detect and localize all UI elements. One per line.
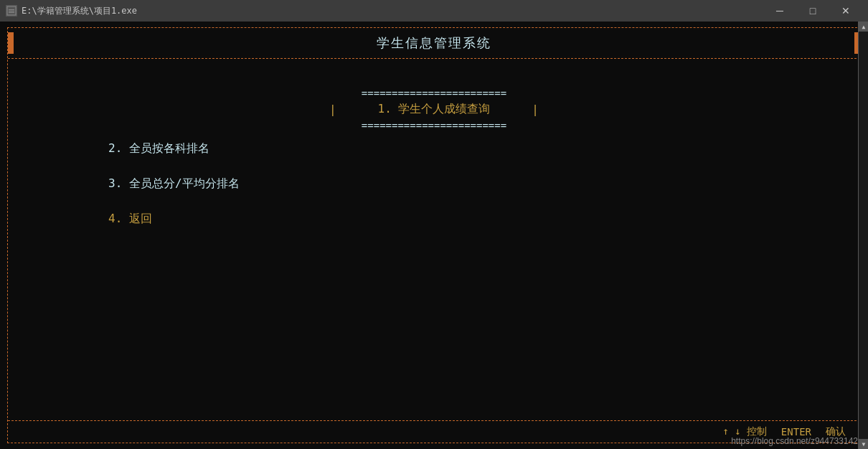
menu-border-bottom: ======================== [362, 120, 506, 131]
svg-rect-1 [9, 9, 14, 10]
menu-selected-prefix: | [329, 103, 377, 116]
scroll-up-button[interactable]: ▲ [859, 22, 868, 32]
scrollbar-track [859, 32, 868, 439]
menu-selected-suffix: | [490, 103, 538, 116]
header-section: 学生信息管理系统 [8, 28, 860, 59]
scroll-down-button[interactable]: ▼ [859, 439, 868, 449]
minimize-button[interactable]: ─ [763, 0, 796, 22]
window-controls: ─ □ ✕ [763, 0, 862, 22]
content-area: ======================== | 1. 学生个人成绩查询 |… [8, 59, 860, 420]
app-title: 学生信息管理系统 [14, 34, 854, 52]
menu-container: ======================== | 1. 学生个人成绩查询 |… [8, 73, 860, 131]
menu-selected-item[interactable]: | 1. 学生个人成绩查询 | [329, 99, 539, 120]
window-title: E:\学籍管理系统\项目1.exe [22, 5, 763, 17]
menu-items-wrapper: 2. 全员按各科排名 3. 全员总分/平均分排名 4. 返回 [8, 131, 860, 237]
menu-item-3[interactable]: 3. 全员总分/平均分排名 [108, 166, 240, 202]
menu-item-2[interactable]: 2. 全员按各科排名 [108, 131, 209, 166]
console-area: 学生信息管理系统 ======================== | 1. 学… [0, 22, 868, 449]
close-button[interactable]: ✕ [829, 0, 862, 22]
menu-border-top: ======================== [362, 88, 506, 99]
scrollbar[interactable]: ▲ ▼ [858, 22, 868, 449]
title-bar: E:\学籍管理系统\项目1.exe ─ □ ✕ [0, 0, 868, 22]
svg-rect-2 [9, 11, 14, 11]
outer-border: 学生信息管理系统 ======================== | 1. 学… [7, 27, 861, 443]
app-icon [6, 5, 17, 16]
watermark: https://blog.csdn.net/z944733142 [731, 436, 858, 446]
svg-rect-3 [9, 12, 14, 13]
menu-item-4[interactable]: 4. 返回 [108, 202, 152, 237]
menu-selected-label: 1. 学生个人成绩查询 [378, 102, 491, 117]
maximize-button[interactable]: □ [796, 0, 829, 22]
left-accent-bar [8, 32, 14, 54]
